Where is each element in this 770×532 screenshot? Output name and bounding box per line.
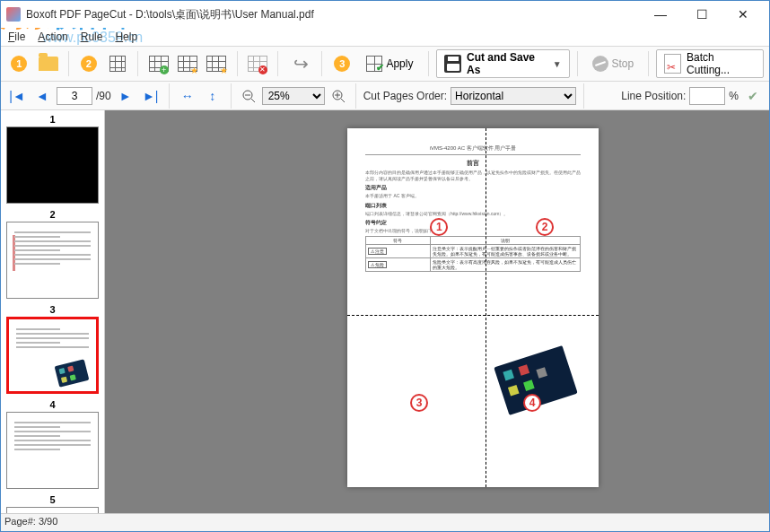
thumb-page (6, 317, 99, 394)
last-page-button[interactable]: ►| (140, 85, 162, 107)
first-page-button[interactable]: |◄ (6, 85, 28, 107)
step-3-button[interactable]: 3 (329, 50, 354, 77)
share-icon: ↪ (293, 53, 309, 74)
batch-icon (664, 54, 681, 74)
share-button[interactable]: ↪ (289, 50, 314, 77)
batch-cutting-button[interactable]: Batch Cutting... (656, 49, 764, 78)
cut-order-select[interactable]: Horizontal (451, 87, 576, 105)
svg-line-1 (251, 99, 255, 102)
star-icon: ★ (190, 65, 198, 75)
zoom-select[interactable]: 25% (262, 87, 325, 105)
cut-and-save-button[interactable]: Cut and Save As ▼ (436, 49, 569, 78)
apply-button[interactable]: Apply (358, 50, 421, 77)
main-toolbar: 1 2 + ★ ★ ✕ ↪ 3 Apply Cut and Save As ▼ … (1, 46, 769, 82)
fit-width-icon: ↔ (181, 89, 194, 103)
thumb-number: 5 (6, 494, 99, 505)
page-canvas[interactable]: iVMS-4200 AC 客户端软件 用户手册 前言 本部分内容的目的是确保用户… (105, 110, 769, 513)
grid-star-button[interactable]: ★ (175, 50, 200, 77)
page-total: /90 (96, 90, 111, 102)
stop-button[interactable]: Stop (585, 50, 642, 77)
prev-page-button[interactable]: ◄ (31, 85, 53, 107)
grid-add-button[interactable]: + (145, 50, 171, 77)
dropdown-arrow-icon: ▼ (553, 59, 562, 69)
grid-dense-button[interactable] (105, 50, 130, 77)
thumb-page (6, 412, 99, 489)
confirm-line-button[interactable]: ✔ (742, 85, 764, 107)
thumb-number: 3 (6, 304, 99, 315)
grid-star2-button[interactable]: ★ (204, 50, 229, 77)
batch-label: Batch Cutting... (687, 51, 756, 76)
quadrant-badge-3: 3 (410, 394, 428, 412)
menu-action[interactable]: Action (38, 31, 67, 43)
fit-height-button[interactable]: ↕ (202, 85, 223, 107)
check-icon: ✔ (748, 89, 758, 103)
title-bar: Boxoft PDF PageCut - D:\tools\桌面\说明书\Use… (1, 1, 769, 28)
thumb-page (6, 507, 99, 513)
apply-icon (366, 56, 382, 72)
thumbnail-panel[interactable]: 1 2 3 4 5 (1, 110, 105, 513)
save-icon (444, 55, 461, 73)
folder-icon (39, 57, 58, 71)
workspace: 1 2 3 4 5 iVMS-4200 AC 客户端软件 用户手册 前言 本部分… (1, 110, 769, 513)
maximize-button[interactable]: ☐ (681, 1, 722, 28)
thumb-page (6, 126, 99, 204)
thumbnail-2[interactable]: 2 (6, 209, 99, 299)
stop-label: Stop (612, 57, 634, 70)
thumb-page (6, 222, 99, 299)
grid-remove-button[interactable]: ✕ (244, 50, 269, 77)
zoom-in-button[interactable] (328, 86, 348, 106)
cut-save-label: Cut and Save As (467, 51, 546, 76)
step-badge-2: 2 (81, 56, 97, 72)
menu-bar: File Action Rule Help (1, 28, 769, 46)
plus-icon: + (160, 65, 169, 74)
quadrant-badge-4: 4 (523, 394, 541, 412)
line-position-input[interactable] (689, 87, 725, 105)
cut-order-label: Cut Pages Order: (363, 90, 447, 102)
menu-rule[interactable]: Rule (81, 31, 103, 43)
star-icon: ★ (220, 65, 228, 75)
svg-line-4 (341, 99, 345, 102)
step-1-button[interactable]: 1 (6, 50, 31, 77)
step-2-button[interactable]: 2 (76, 50, 101, 77)
vertical-cut-line[interactable] (486, 128, 486, 487)
x-icon: ✕ (258, 65, 267, 74)
close-button[interactable]: ✕ (722, 1, 764, 28)
thumb-number: 4 (6, 399, 99, 410)
zoom-out-button[interactable] (239, 86, 258, 106)
minimize-button[interactable]: — (640, 1, 681, 28)
page-number-input[interactable] (57, 87, 92, 105)
window-title: Boxoft PDF PageCut - D:\tools\桌面\说明书\Use… (26, 7, 314, 22)
open-file-button[interactable] (35, 50, 60, 77)
thumb-number: 2 (6, 209, 99, 220)
grid-icon (109, 56, 126, 72)
thumbnail-5[interactable]: 5 (6, 494, 99, 513)
status-bar: Page#: 3/90 (1, 513, 769, 531)
thumb-number: 1 (6, 114, 99, 125)
menu-help[interactable]: Help (115, 31, 137, 43)
percent-label: % (729, 90, 739, 102)
thumbnail-3[interactable]: 3 (6, 304, 99, 394)
fit-height-icon: ↕ (209, 89, 215, 103)
thumbnail-4[interactable]: 4 (6, 399, 99, 489)
app-icon (6, 7, 21, 22)
quadrant-badge-2: 2 (536, 218, 554, 236)
nav-toolbar: |◄ ◄ /90 ► ►| ↔ ↕ 25% Cut Pages Order: H… (1, 82, 769, 110)
step-badge-1: 1 (11, 56, 27, 72)
stop-icon (592, 56, 608, 72)
apply-label: Apply (386, 57, 413, 70)
menu-file[interactable]: File (8, 31, 25, 43)
step-badge-3: 3 (334, 56, 350, 72)
fit-width-button[interactable]: ↔ (177, 85, 198, 107)
next-page-button[interactable]: ► (115, 85, 136, 107)
page-view: iVMS-4200 AC 客户端软件 用户手册 前言 本部分内容的目的是确保用户… (347, 128, 599, 487)
line-position-label: Line Position: (621, 90, 686, 102)
thumbnail-1[interactable]: 1 (6, 114, 99, 204)
document-content: iVMS-4200 AC 客户端软件 用户手册 前言 本部分内容的目的是确保用户… (365, 144, 581, 272)
horizontal-cut-line[interactable] (347, 315, 599, 316)
